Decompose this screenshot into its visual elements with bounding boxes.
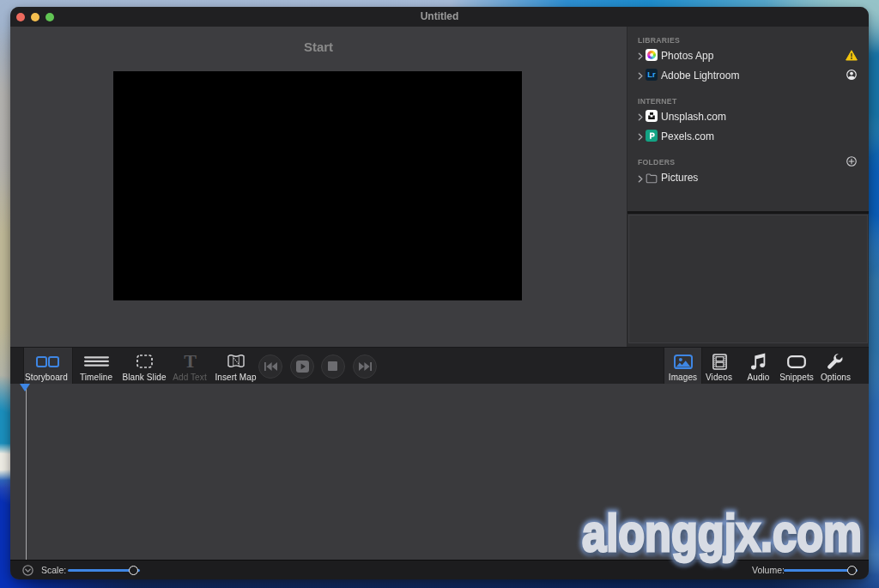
svg-text:Lr: Lr <box>647 70 656 79</box>
svg-text:alonggjx.com: alonggjx.com <box>582 503 862 562</box>
